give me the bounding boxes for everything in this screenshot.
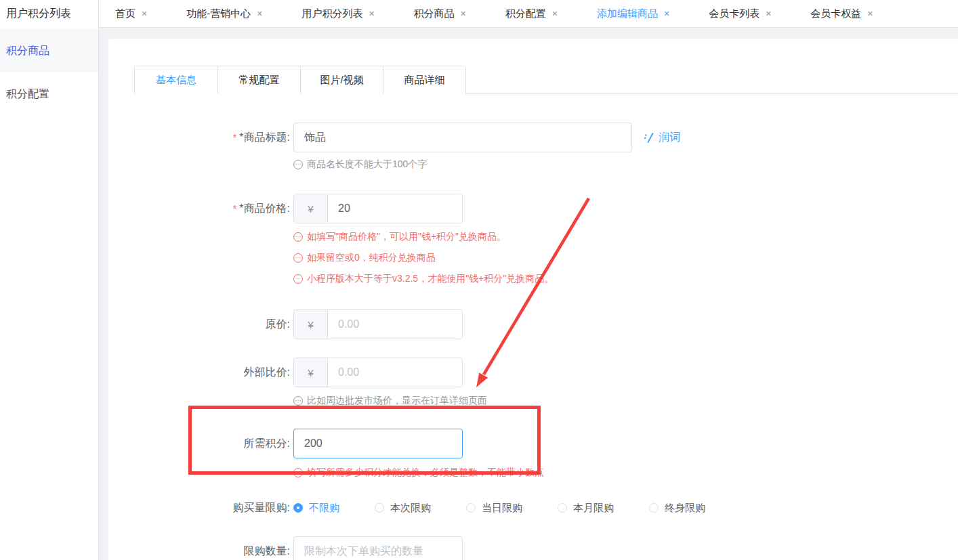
radio-lifetime-limit[interactable]: 终身限购 — [649, 502, 705, 515]
close-icon[interactable]: × — [142, 8, 147, 19]
product-price-label: **商品价格: — [108, 194, 290, 223]
sidebar-item-points-goods[interactable]: 积分商品 — [0, 29, 98, 72]
close-icon[interactable]: × — [664, 8, 669, 19]
currency-prefix: ¥ — [294, 194, 328, 223]
product-price-hint-1: 如填写"商品价格"，可以用"钱+积分"兑换商品。 — [293, 231, 506, 243]
top-tab-home[interactable]: 首页 × — [115, 7, 147, 20]
radio-icon — [649, 503, 659, 513]
top-tab-label: 会员卡权益 — [810, 7, 861, 20]
content-tabs: 基本信息 常规配置 图片/视频 商品详细 — [134, 66, 466, 94]
original-price-label: 原价: — [108, 309, 290, 339]
top-tab-member-card-list[interactable]: 会员卡列表 × — [709, 7, 771, 20]
radio-icon — [558, 503, 567, 513]
top-tab-label: 积分商品 — [414, 7, 455, 20]
top-tab-label: 功能-营销中心 — [186, 7, 251, 20]
product-price-input[interactable] — [328, 194, 462, 223]
currency-prefix: ¥ — [294, 310, 328, 339]
tab-images-video[interactable]: 图片/视频 — [300, 66, 383, 93]
tab-basic-info[interactable]: 基本信息 — [135, 66, 217, 94]
top-tab-points-config[interactable]: 积分配置 × — [505, 7, 558, 20]
top-tab-points-goods[interactable]: 积分商品 × — [414, 7, 466, 20]
product-title-input[interactable] — [293, 123, 632, 152]
original-price-input-group: ¥ — [293, 309, 463, 339]
top-tab-member-card-benefits[interactable]: 会员卡权益 × — [810, 7, 873, 20]
radio-no-limit[interactable]: 不限购 — [293, 502, 339, 515]
polish-words-label: 润词 — [659, 131, 680, 145]
top-tab-add-edit-goods[interactable]: 添加编辑商品 × — [597, 7, 669, 20]
external-price-input[interactable] — [328, 358, 462, 387]
currency-prefix: ¥ — [294, 358, 328, 387]
close-icon[interactable]: × — [461, 8, 466, 19]
purchase-limit-label: 购买量限购: — [108, 498, 290, 518]
tab-general-config[interactable]: 常规配置 — [217, 66, 300, 93]
external-price-label: 外部比价: — [108, 358, 290, 387]
radio-per-order-limit[interactable]: 本次限购 — [375, 502, 431, 515]
top-tab-label: 用户积分列表 — [301, 7, 362, 20]
radio-monthly-limit[interactable]: 本月限购 — [558, 502, 614, 515]
product-price-input-group: ¥ — [293, 194, 463, 223]
product-price-hint-2: 如果留空或0，纯积分兑换商品 — [293, 252, 436, 264]
hint-icon — [293, 160, 303, 169]
product-price-hint-3: 小程序版本大于等于v3.2.5，才能使用"钱+积分"兑换商品。 — [293, 273, 554, 285]
radio-daily-limit[interactable]: 当日限购 — [466, 502, 522, 515]
hint-icon — [293, 232, 303, 242]
hint-icon — [293, 468, 303, 477]
content-card: 基本信息 常规配置 图片/视频 商品详细 **商品标题: 润词 商品名长度不能大… — [108, 39, 958, 560]
product-title-hint: 商品名长度不能大于100个字 — [293, 158, 427, 171]
required-points-hint: 填写所需多少积分才能兑换，必须是整数，不能带小数点 — [293, 467, 544, 479]
limit-quantity-input[interactable] — [293, 536, 463, 560]
tab-goods-detail[interactable]: 商品详细 — [383, 66, 465, 93]
limit-quantity-label: 限购数量: — [108, 536, 290, 560]
screen: 首页 × 功能-营销中心 × 用户积分列表 × 积分商品 × 积分配置 × 添加… — [0, 0, 958, 560]
polish-words-button[interactable]: 润词 — [644, 123, 680, 152]
required-asterisk: * — [232, 131, 236, 143]
required-points-input[interactable] — [293, 429, 463, 458]
close-icon[interactable]: × — [552, 8, 558, 19]
top-tab-label: 首页 — [115, 7, 136, 20]
hint-icon — [293, 253, 303, 263]
top-tab-bar: 首页 × 功能-营销中心 × 用户积分列表 × 积分商品 × 积分配置 × 添加… — [99, 0, 958, 28]
top-tab-user-points-list[interactable]: 用户积分列表 × — [301, 7, 374, 20]
top-tab-marketing-center[interactable]: 功能-营销中心 × — [186, 7, 262, 20]
required-points-label: 所需积分: — [108, 429, 290, 458]
required-asterisk: * — [232, 202, 236, 214]
sidebar-title: 用户积分列表 — [0, 0, 98, 29]
hint-icon — [293, 274, 303, 284]
close-icon[interactable]: × — [257, 8, 262, 19]
close-icon[interactable]: × — [766, 8, 771, 19]
external-price-hint: 比如周边批发市场价，显示在订单详细页面 — [293, 395, 487, 407]
radio-icon — [375, 503, 384, 513]
hint-icon — [293, 396, 303, 406]
close-icon[interactable]: × — [867, 8, 873, 19]
purchase-limit-radio-group: 不限购 本次限购 当日限购 本月限购 终身限购 — [293, 498, 705, 518]
close-icon[interactable]: × — [369, 8, 374, 19]
radio-icon — [293, 503, 303, 513]
top-tab-label: 积分配置 — [505, 7, 546, 20]
sidebar-item-points-config[interactable]: 积分配置 — [0, 72, 98, 116]
top-tab-label: 会员卡列表 — [709, 7, 759, 20]
radio-icon — [466, 503, 476, 513]
original-price-input[interactable] — [328, 310, 462, 339]
magic-pen-icon — [644, 132, 655, 144]
product-title-label: **商品标题: — [108, 123, 290, 152]
top-tab-label: 添加编辑商品 — [597, 7, 658, 20]
external-price-input-group: ¥ — [293, 358, 463, 387]
sidebar: 用户积分列表 积分商品 积分配置 — [0, 0, 99, 560]
